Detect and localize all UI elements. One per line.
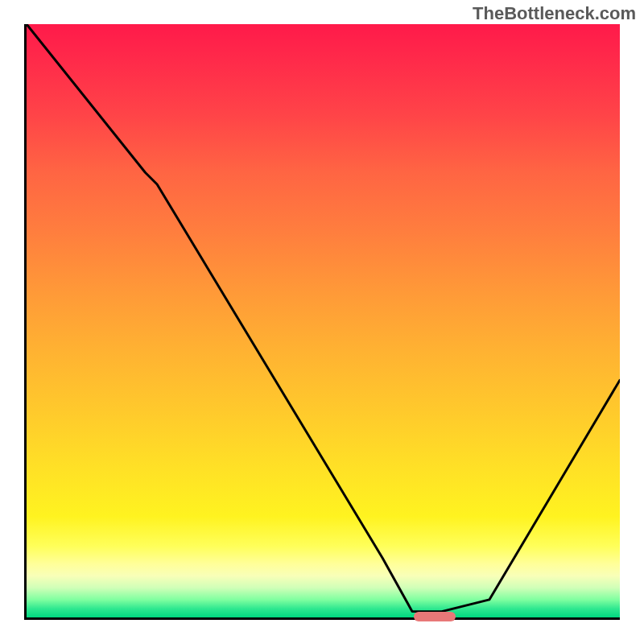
optimal-marker: [414, 612, 456, 621]
chart-plot-area: [24, 24, 620, 620]
watermark-text: TheBottleneck.com: [473, 3, 636, 24]
bottleneck-curve-line: [27, 24, 620, 612]
chart-curve-svg: [27, 24, 620, 617]
